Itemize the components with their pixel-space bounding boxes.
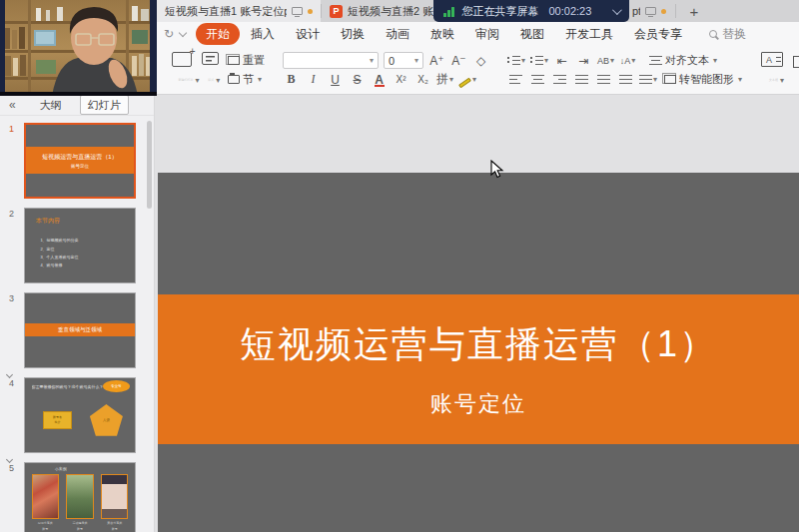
thumbnail-scrollbar[interactable] xyxy=(147,121,152,209)
new-tab-button[interactable]: + xyxy=(682,0,706,22)
strikethrough-button[interactable]: S xyxy=(349,71,366,88)
ribbon-tab-review[interactable]: 审阅 xyxy=(465,23,509,45)
align-right-button[interactable] xyxy=(551,71,568,88)
font-color-button[interactable]: A xyxy=(371,71,388,88)
ribbon-tab-view[interactable]: 视图 xyxy=(510,23,554,45)
underline-button[interactable]: U xyxy=(327,71,344,88)
thumbnail-canvas[interactable]: 小案例 好物分享类账号 运动健身类账号 美妆分享类账号 xyxy=(24,462,136,532)
bold-button[interactable]: B xyxy=(283,71,300,88)
thumbnail-canvas[interactable]: 本节内容 1、短视频账号的分类 2、定位 3、个人直播账号定位 4、账号装修 xyxy=(24,208,136,283)
layout-button[interactable]: 版式 xyxy=(197,49,224,91)
distribute-icon xyxy=(597,75,610,85)
mini-card-line: 简介 xyxy=(54,420,60,425)
ribbon-tab-design[interactable]: 设计 xyxy=(286,23,330,45)
increase-indent-button[interactable]: ⇥ xyxy=(575,52,592,69)
mini-card: 账号名 简介 xyxy=(43,411,73,430)
superscript-button[interactable]: X² xyxy=(393,71,409,88)
slide-thumbnail-4[interactable]: 4 你需要装修你的账号？这个账号卖什么？ 专业号 账号名 简介 人设 xyxy=(24,377,144,453)
reset-button[interactable]: 重置 xyxy=(228,53,265,68)
font-size-combo[interactable]: 0▾ xyxy=(384,52,423,69)
collapse-panel-button[interactable]: « xyxy=(9,98,16,112)
mini-list-item: 1、短视频账号的分类 xyxy=(40,237,78,245)
mini-question: 你需要装修你的账号？这个账号卖什么？ xyxy=(32,384,104,389)
new-slide-button[interactable]: 新建幻灯片 xyxy=(166,49,197,91)
editing-canvas[interactable]: 短视频运营与直播运营（1） 账号定位 xyxy=(155,95,799,532)
mini-caption: 账号 xyxy=(32,527,59,532)
find-replace-label: 替换 xyxy=(722,26,746,43)
subscript-button[interactable]: X₂ xyxy=(414,71,431,88)
clear-format-button[interactable]: ◇ xyxy=(472,52,489,69)
slide-thumbnail-3[interactable]: 3 垂直领域与泛领域 xyxy=(24,292,144,368)
italic-button[interactable]: I xyxy=(305,71,322,88)
bullet-list-button[interactable] xyxy=(507,52,525,69)
tab-outline[interactable]: 大纲 xyxy=(34,96,68,114)
ribbon-tab-membership[interactable]: 会员专享 xyxy=(624,23,692,45)
reset-icon xyxy=(228,56,240,65)
section-button[interactable]: 节 xyxy=(228,72,262,87)
mini-image xyxy=(66,474,93,519)
numbered-list-button[interactable] xyxy=(530,52,548,69)
document-tab-1[interactable]: 短视频与直播1 账号定位ppt xyxy=(157,0,321,22)
title-banner[interactable]: 短视频运营与直播运营（1） 账号定位 xyxy=(158,294,799,444)
thumbnail-list: 1 短视频运营与直播运营（1） 账号定位 2 本节内容 1、短视频账号的分类 2… xyxy=(0,116,154,532)
animation-indicator-icon xyxy=(7,372,12,377)
font-family-combo[interactable]: ▾ xyxy=(283,52,379,69)
thumbnail-canvas[interactable]: 短视频运营与直播运营（1） 账号定位 xyxy=(24,123,136,199)
webcam-video xyxy=(0,0,157,96)
slide-title[interactable]: 短视频运营与直播运营（1） xyxy=(240,320,717,369)
slide-thumbnail-2[interactable]: 2 本节内容 1、短视频账号的分类 2、定位 3、个人直播账号定位 4、账号装修 xyxy=(24,208,144,283)
thumbnail-canvas[interactable]: 垂直领域与泛领域 xyxy=(24,292,136,368)
screen-share-overlay[interactable]: 您正在共享屏幕 00:02:23 xyxy=(433,0,629,22)
find-replace-button[interactable]: 替换 xyxy=(709,26,746,43)
monitor-icon xyxy=(292,7,303,15)
ribbon-tab-developer[interactable]: 开发工具 xyxy=(555,23,623,45)
tab-slides[interactable]: 幻灯片 xyxy=(80,95,129,115)
shapes-button[interactable]: 形状 xyxy=(788,49,799,91)
slide-number: 4 xyxy=(9,378,14,388)
phonetic-guide-button[interactable]: 拼 xyxy=(436,71,453,88)
mini-list-item: 4、账号装修 xyxy=(40,262,78,269)
align-center-button[interactable] xyxy=(529,71,546,88)
align-text-icon xyxy=(649,56,662,66)
bullet-list-icon xyxy=(507,56,520,66)
distribute-button[interactable] xyxy=(595,71,612,88)
align-left-icon xyxy=(509,75,522,85)
mini-caption: 账号 xyxy=(101,527,128,532)
increase-spacing-button[interactable] xyxy=(617,71,634,88)
increase-font-button[interactable]: A⁺ xyxy=(428,52,445,69)
slide-number: 2 xyxy=(9,209,14,219)
chevron-down-icon[interactable] xyxy=(612,5,622,15)
decrease-font-button[interactable]: A⁻ xyxy=(450,52,467,69)
text-box-button[interactable]: A 文本框 xyxy=(756,49,788,91)
text-box-label: 文本框 xyxy=(769,78,778,83)
justify-button[interactable] xyxy=(573,71,590,88)
align-text-button[interactable]: 对齐文本 xyxy=(649,53,717,68)
slide-number: 5 xyxy=(9,463,14,473)
animation-indicator-icon xyxy=(7,457,12,462)
decrease-indent-button[interactable]: ⇤ xyxy=(553,52,570,69)
ribbon-tab-animation[interactable]: 动画 xyxy=(376,23,419,45)
section-icon xyxy=(228,75,240,84)
slide-subtitle[interactable]: 账号定位 xyxy=(430,389,526,419)
align-left-button[interactable] xyxy=(507,71,524,88)
ribbon-tab-home[interactable]: 开始 xyxy=(196,23,240,45)
new-slide-icon xyxy=(172,52,192,67)
slide-thumbnail-5[interactable]: 5 小案例 好物分享类账号 运动健身类账号 美妆分享类账号 xyxy=(24,462,144,532)
line-spacing-button[interactable]: ↓A xyxy=(619,52,636,69)
unsaved-dot-icon xyxy=(661,9,666,14)
slide-panel: « 大纲 幻灯片 1 短视频运营与直播运营（1） 账号定位 2 本节内容 1、短… xyxy=(0,95,155,532)
ribbon-tab-insert[interactable]: 插入 xyxy=(241,23,285,45)
highlighter-button[interactable] xyxy=(458,71,476,88)
slide-thumbnail-1[interactable]: 1 短视频运营与直播运营（1） 账号定位 xyxy=(24,123,144,199)
text-direction-button[interactable]: AB xyxy=(597,52,614,69)
redo-icon[interactable]: ↻ xyxy=(164,28,174,40)
row-spacing-button[interactable] xyxy=(639,71,657,88)
quick-access-chevron-icon[interactable] xyxy=(179,29,187,37)
smart-graphic-button[interactable]: 转智能图形 xyxy=(664,72,742,87)
thumbnail-canvas[interactable]: 你需要装修你的账号？这个账号卖什么？ 专业号 账号名 简介 人设 xyxy=(24,377,136,453)
ribbon-tab-transition[interactable]: 切换 xyxy=(331,23,375,45)
document-tab-3-title: pt xyxy=(632,5,640,17)
mini-caption: 账号 xyxy=(66,527,93,532)
ribbon-tab-slideshow[interactable]: 放映 xyxy=(420,23,464,45)
current-slide[interactable]: 短视频运营与直播运营（1） 账号定位 xyxy=(158,173,799,532)
